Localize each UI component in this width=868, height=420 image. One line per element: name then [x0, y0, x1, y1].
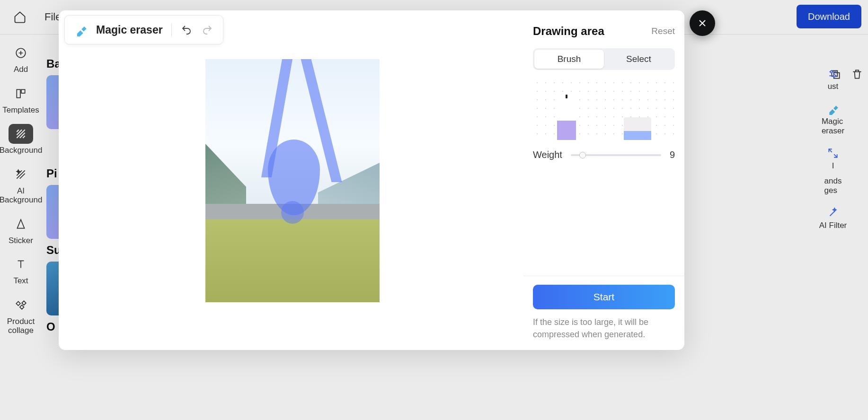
- modal-right-panel: Drawing area Reset Brush Select Weight 9…: [523, 10, 684, 350]
- mountain-shape: [205, 144, 246, 205]
- separator: [171, 23, 172, 36]
- weight-value: 9: [670, 149, 675, 160]
- brush-tool[interactable]: [557, 97, 576, 140]
- eraser-tool[interactable]: [624, 117, 651, 140]
- tool-chip: Magic eraser: [64, 15, 223, 44]
- tab-brush[interactable]: Brush: [534, 50, 604, 69]
- tab-select[interactable]: Select: [604, 50, 673, 69]
- reset-link[interactable]: Reset: [651, 26, 675, 36]
- close-button[interactable]: [690, 10, 715, 36]
- magic-eraser-modal: Magic eraser Drawing area Reset Brush Se…: [59, 10, 684, 350]
- weight-slider[interactable]: [571, 154, 661, 156]
- panel-title: Drawing area: [533, 25, 604, 38]
- tool-title: Magic eraser: [96, 24, 163, 36]
- mountain-shape: [318, 163, 380, 205]
- canvas-image[interactable]: [205, 59, 380, 302]
- weight-label: Weight: [533, 149, 562, 160]
- hint-text: If the size is too large, it will be com…: [533, 316, 675, 341]
- weight-row: Weight 9: [533, 149, 675, 160]
- slider-thumb[interactable]: [579, 152, 586, 158]
- close-icon: [697, 18, 708, 29]
- start-button[interactable]: Start: [533, 285, 675, 309]
- magic-eraser-icon: [74, 23, 88, 36]
- modal-canvas-area: Magic eraser: [59, 10, 523, 350]
- grass-shape: [205, 219, 380, 302]
- redo-button[interactable]: [201, 24, 213, 36]
- mask-stroke: [281, 201, 304, 224]
- undo-button[interactable]: [180, 24, 193, 36]
- mode-segmented-control: Brush Select: [533, 48, 675, 70]
- divider: [523, 276, 684, 276]
- tool-picker: [533, 79, 675, 140]
